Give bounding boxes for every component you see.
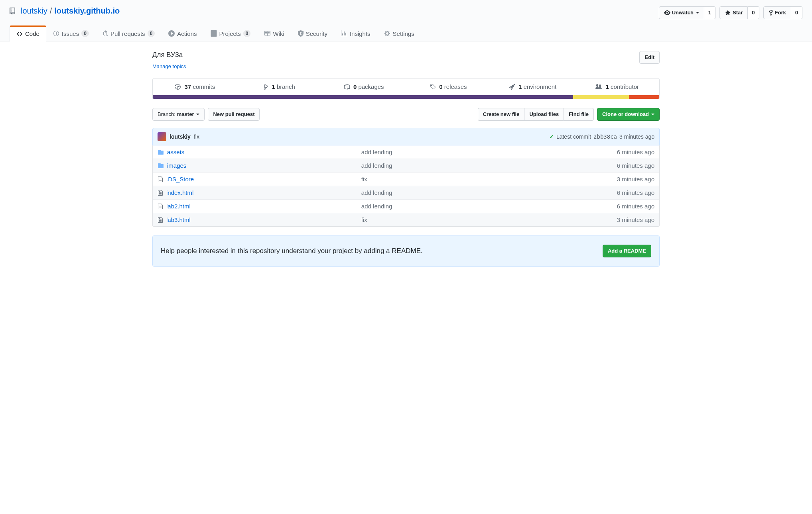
create-new-file-button[interactable]: Create new file [478, 108, 524, 121]
file-age: 6 minutes ago [583, 149, 654, 155]
project-icon [211, 30, 217, 37]
branch-select-value: master [177, 110, 194, 118]
fork-icon [769, 10, 773, 16]
tab-insights[interactable]: Insights [334, 26, 377, 41]
tab-code-label: Code [25, 30, 39, 37]
caret-down-icon [651, 114, 654, 115]
tab-projects[interactable]: Projects 0 [204, 26, 258, 41]
file-commit-msg-link[interactable]: add lending [361, 203, 392, 210]
tab-projects-label: Projects [219, 30, 241, 37]
file-name-link[interactable]: lab3.html [166, 216, 191, 223]
tab-pulls[interactable]: Pull requests 0 [96, 26, 162, 41]
file-row: lab2.htmladd lending6 minutes ago [153, 199, 659, 213]
commits-label: commits [193, 83, 215, 90]
file-icon [158, 203, 163, 210]
commit-sha-link[interactable]: 2bb38ca [593, 133, 617, 140]
new-pull-request-button[interactable]: New pull request [208, 108, 260, 121]
tab-settings-label: Settings [393, 30, 414, 37]
numbers-summary: 37 commits 1 branch 0 packages 0 release… [152, 78, 660, 95]
forks-count[interactable]: 0 [791, 6, 802, 19]
commits-num: 37 [185, 83, 191, 90]
repo-title: loutskiy / loutskiy.github.io [10, 6, 120, 16]
tab-issues-label: Issues [62, 30, 79, 37]
file-commit-msg-link[interactable]: fix [361, 216, 367, 223]
add-readme-button[interactable]: Add a README [603, 245, 651, 257]
tab-settings[interactable]: Settings [377, 26, 421, 41]
packages-link[interactable]: 0 packages [321, 78, 406, 95]
file-commit-msg-link[interactable]: add lending [361, 149, 392, 155]
file-age: 6 minutes ago [583, 203, 654, 210]
play-icon [168, 30, 175, 37]
branches-link[interactable]: 1 branch [237, 78, 322, 95]
file-row: index.htmladd lending6 minutes ago [153, 186, 659, 199]
environment-label: environment [524, 83, 557, 90]
branch-icon [264, 84, 268, 90]
file-name-link[interactable]: .DS_Store [166, 176, 194, 182]
code-icon [16, 31, 23, 37]
packages-label: packages [358, 83, 384, 90]
file-name-link[interactable]: lab2.html [166, 203, 191, 210]
language-bar[interactable] [152, 95, 660, 99]
releases-link[interactable]: 0 releases [406, 78, 491, 95]
environment-link[interactable]: 1 environment [491, 78, 575, 95]
readme-prompt: Help people interested in this repositor… [152, 235, 660, 267]
edit-button[interactable]: Edit [639, 51, 660, 64]
check-icon[interactable]: ✓ [549, 133, 554, 140]
file-name-link[interactable]: images [167, 162, 186, 169]
pull-request-icon [102, 30, 108, 37]
find-file-button[interactable]: Find file [564, 108, 594, 121]
watchers-count[interactable]: 1 [704, 6, 715, 19]
stars-count[interactable]: 0 [748, 6, 759, 19]
file-commit-msg-link[interactable]: fix [361, 176, 367, 182]
environment-num: 1 [518, 83, 522, 90]
clone-download-button[interactable]: Clone or download [597, 108, 660, 121]
latest-commit-bar: loutskiy fix ✓ Latest commit 2bb38ca 3 m… [152, 128, 660, 145]
file-commit-msg-link[interactable]: add lending [361, 189, 392, 196]
issue-icon [53, 30, 59, 37]
commit-message-link[interactable]: fix [194, 133, 199, 140]
commit-author-link[interactable]: loutskiy [169, 133, 191, 140]
readme-prompt-text: Help people interested in this repositor… [161, 247, 423, 255]
file-name-link[interactable]: assets [167, 149, 184, 155]
branches-label: branch [277, 83, 295, 90]
contributors-num: 1 [606, 83, 609, 90]
branches-num: 1 [272, 83, 275, 90]
file-name-link[interactable]: index.html [166, 189, 193, 196]
fork-label: Fork [775, 9, 786, 17]
tab-security[interactable]: Security [291, 26, 334, 41]
repo-owner-link[interactable]: loutskiy [21, 6, 47, 16]
branch-select-label: Branch: [158, 110, 175, 118]
graph-icon [341, 30, 347, 37]
manage-topics-link[interactable]: Manage topics [152, 63, 186, 69]
repo-separator: / [50, 6, 52, 16]
contributors-label: contributor [611, 83, 639, 90]
tab-security-label: Security [306, 30, 327, 37]
repo-name-link[interactable]: loutskiy.github.io [54, 6, 120, 16]
gear-icon [384, 30, 390, 37]
upload-files-button[interactable]: Upload files [524, 108, 564, 121]
releases-label: releases [444, 83, 467, 90]
packages-num: 0 [353, 83, 357, 90]
rocket-icon [509, 84, 515, 90]
file-list: assetsadd lending6 minutes agoimagesadd … [152, 145, 660, 227]
latest-commit-prefix: Latest commit [556, 133, 591, 140]
fork-button[interactable]: Fork [763, 6, 791, 19]
file-icon [158, 176, 163, 182]
tab-actions[interactable]: Actions [162, 26, 203, 41]
file-commit-msg-link[interactable]: add lending [361, 162, 392, 169]
unwatch-button[interactable]: Unwatch [659, 6, 704, 19]
tab-wiki[interactable]: Wiki [257, 26, 291, 41]
contributors-link[interactable]: 1 contributor [575, 78, 659, 95]
commits-link[interactable]: 37 commits [153, 78, 237, 95]
file-row: .DS_Storefix3 minutes ago [153, 172, 659, 186]
tab-code[interactable]: Code [10, 26, 46, 41]
package-icon [344, 84, 350, 90]
tab-issues[interactable]: Issues 0 [46, 26, 96, 41]
clone-label: Clone or download [602, 110, 649, 118]
branch-select-button[interactable]: Branch: master [152, 108, 205, 121]
issues-count: 0 [81, 30, 89, 37]
avatar[interactable] [158, 132, 166, 141]
file-icon [158, 190, 163, 196]
star-button[interactable]: Star [719, 6, 748, 19]
eye-icon [664, 10, 670, 16]
